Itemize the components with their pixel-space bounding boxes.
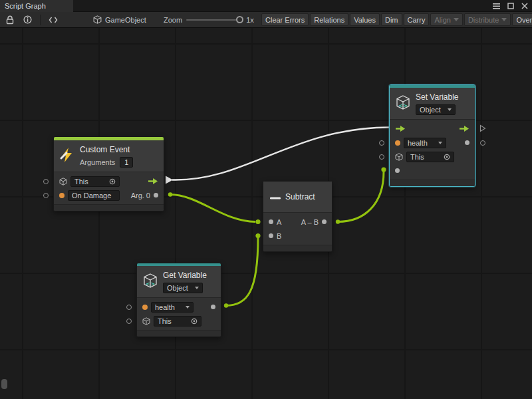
svg-text:<>: <> (146, 280, 155, 287)
zoom-value: 1x (246, 16, 254, 24)
dim-button[interactable]: Dim (381, 13, 402, 26)
variable-name-in-port[interactable] (379, 140, 384, 146)
relations-button[interactable]: Relations (310, 13, 348, 26)
script-graph-window: Script Graph (0, 0, 532, 399)
chevron-down-icon (454, 18, 459, 21)
cube-code-icon: <> (395, 94, 411, 113)
distribute-button: Distribute (464, 13, 511, 26)
info-icon (23, 15, 32, 24)
node-custom-event[interactable]: Custom Event Arguments 1 This (53, 136, 164, 211)
target-picker-value: This (410, 153, 424, 161)
toolbar-separator (40, 15, 41, 25)
variable-name-dropdown[interactable]: health (151, 302, 194, 313)
node-title: Get Variable (163, 270, 207, 281)
flow-out-arrow-icon[interactable] (148, 178, 158, 185)
variable-name-in-port[interactable] (126, 305, 132, 310)
target-picker[interactable]: This (154, 316, 201, 327)
node-title: Set Variable (416, 92, 458, 102)
object-picker-icon (191, 318, 198, 325)
distribute-label: Distribute (468, 16, 499, 24)
edit-graph-button[interactable] (46, 14, 61, 26)
node-subtract[interactable]: Subtract A A – B B (263, 181, 332, 252)
event-name-in-port[interactable] (43, 193, 49, 198)
scrollbar-thumb[interactable] (1, 379, 7, 389)
toolbar-buttons: Clear Errors Relations Values Dim Carry … (261, 13, 532, 26)
maximize-icon[interactable] (507, 3, 514, 9)
close-icon[interactable] (521, 3, 528, 9)
wire-arg-to-a[interactable] (170, 195, 255, 222)
flow-out-port-connected[interactable] (166, 176, 173, 184)
wire-flow[interactable] (172, 128, 389, 180)
chevron-down-icon (501, 18, 507, 21)
value-in-port-dot[interactable] (395, 168, 400, 173)
lock-icon (6, 15, 14, 25)
node-set-variable[interactable]: <> Set Variable Object (389, 84, 475, 187)
variable-port-dot[interactable] (395, 140, 400, 146)
arg0-out-port-dot[interactable] (154, 193, 158, 198)
chevron-down-icon (448, 108, 452, 111)
flow-out-arrow-icon[interactable] (459, 125, 469, 132)
input-b-port-dot[interactable] (269, 233, 273, 238)
overview-button[interactable]: Overview (512, 13, 532, 26)
target-in-port[interactable] (126, 319, 132, 324)
variable-scope-value: Object (420, 106, 441, 114)
clear-errors-button[interactable]: Clear Errors (261, 13, 309, 26)
node-get-variable[interactable]: <> Get Variable Object health (136, 263, 221, 337)
inspect-button[interactable] (20, 14, 35, 26)
zoom-label: Zoom (164, 16, 182, 24)
object-picker-icon (109, 178, 116, 185)
align-button: Align (430, 13, 462, 26)
flow-in-arrow-icon[interactable] (395, 125, 406, 132)
target-picker[interactable]: This (406, 152, 454, 162)
arg0-label: Arg. 0 (131, 192, 150, 200)
lightning-icon (59, 147, 75, 166)
value-in-port-connected[interactable] (255, 233, 260, 238)
arguments-label: Arguments (80, 158, 115, 166)
menu-icon[interactable] (493, 3, 500, 9)
variable-scope-value: Object (167, 284, 188, 292)
value-in-port-connected[interactable] (255, 219, 260, 224)
target-picker-value: This (158, 317, 172, 325)
chevron-down-icon (195, 287, 199, 289)
variable-name-value: health (408, 139, 428, 147)
graph-target[interactable]: GameObject (93, 12, 146, 27)
event-name-field[interactable]: On Damage (68, 190, 120, 201)
value-out-port-dot[interactable] (465, 140, 469, 145)
lock-button[interactable] (3, 14, 17, 26)
input-b-label: B (277, 232, 281, 240)
arguments-input[interactable]: 1 (120, 157, 133, 168)
variable-port-dot[interactable] (142, 305, 148, 310)
values-button[interactable]: Values (350, 13, 380, 26)
cube-icon (59, 178, 67, 186)
tab-script-graph[interactable]: Script Graph (0, 0, 73, 12)
output-port-dot[interactable] (322, 219, 327, 224)
variable-scope-dropdown[interactable]: Object (416, 104, 456, 115)
zoom-slider[interactable] (186, 19, 242, 21)
target-in-port[interactable] (379, 154, 384, 160)
node-footer (263, 245, 332, 251)
cube-code-icon: <> (142, 273, 158, 291)
variable-name-dropdown[interactable]: health (404, 138, 446, 148)
zoom-slider-handle[interactable] (236, 16, 243, 23)
graph-canvas[interactable]: Custom Event Arguments 1 This (0, 28, 532, 399)
target-in-port[interactable] (43, 179, 49, 184)
toolbar-left-group (3, 12, 61, 27)
target-picker[interactable]: This (70, 176, 120, 187)
variable-port-dot[interactable] (59, 193, 65, 198)
object-picker-icon (444, 154, 450, 160)
chevron-down-icon (438, 142, 442, 144)
flow-out-port[interactable] (479, 123, 486, 135)
wire-sub-to-set[interactable] (338, 172, 384, 222)
variable-scope-dropdown[interactable]: Object (163, 283, 203, 293)
value-in-port-connected[interactable] (381, 167, 386, 172)
input-a-port-dot[interactable] (269, 219, 273, 224)
align-label: Align (434, 16, 450, 24)
value-out-port[interactable] (480, 140, 485, 146)
wire-get-to-b[interactable] (226, 237, 258, 306)
node-footer (54, 204, 164, 211)
event-name-value: On Damage (72, 192, 111, 200)
tab-title: Script Graph (5, 2, 46, 10)
value-out-port-dot[interactable] (211, 305, 215, 309)
gameobject-icon (93, 15, 102, 24)
carry-button[interactable]: Carry (404, 13, 430, 26)
